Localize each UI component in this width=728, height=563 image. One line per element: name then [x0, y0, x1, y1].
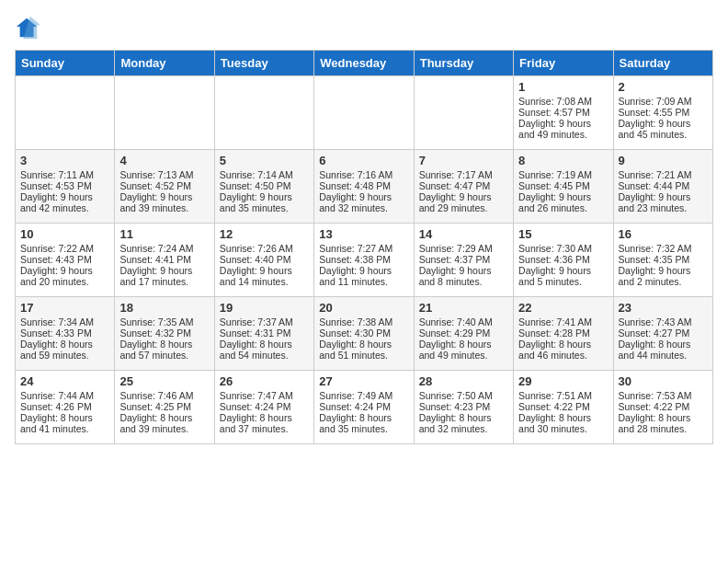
day-info: Sunset: 4:57 PM: [518, 107, 608, 118]
calendar-cell: 18Sunrise: 7:35 AMSunset: 4:32 PMDayligh…: [115, 297, 214, 371]
day-number: 29: [518, 374, 608, 388]
day-info: Sunrise: 7:43 AM: [619, 316, 708, 327]
day-info: Sunrise: 7:34 AM: [20, 316, 109, 327]
day-info: Sunrise: 7:32 AM: [619, 243, 708, 254]
day-info: Sunset: 4:50 PM: [220, 180, 309, 191]
day-number: 2: [619, 80, 708, 94]
calendar-cell: 17Sunrise: 7:34 AMSunset: 4:33 PMDayligh…: [16, 297, 115, 371]
calendar-header-row: SundayMondayTuesdayWednesdayThursdayFrid…: [16, 51, 713, 76]
day-number: 12: [220, 227, 309, 241]
calendar-cell: 16Sunrise: 7:32 AMSunset: 4:35 PMDayligh…: [613, 224, 712, 297]
day-info: Sunset: 4:47 PM: [419, 180, 508, 191]
calendar-cell: 15Sunrise: 7:30 AMSunset: 4:36 PMDayligh…: [514, 224, 613, 297]
calendar-cell: 26Sunrise: 7:47 AMSunset: 4:24 PMDayligh…: [214, 371, 313, 444]
day-info: Daylight: 9 hours and 5 minutes.: [518, 265, 608, 287]
day-number: 25: [119, 374, 209, 388]
day-info: Sunrise: 7:21 AM: [619, 169, 708, 180]
day-info: Sunrise: 7:14 AM: [220, 169, 309, 180]
day-info: Daylight: 8 hours and 32 minutes.: [419, 412, 508, 434]
day-info: Sunset: 4:38 PM: [319, 254, 408, 265]
calendar-week-row: 10Sunrise: 7:22 AMSunset: 4:43 PMDayligh…: [16, 224, 713, 297]
day-info: Daylight: 8 hours and 35 minutes.: [319, 412, 408, 434]
day-info: Daylight: 8 hours and 37 minutes.: [220, 412, 309, 434]
header-day-friday: Friday: [514, 51, 613, 76]
day-info: Daylight: 8 hours and 28 minutes.: [619, 412, 708, 434]
day-number: 28: [419, 374, 508, 388]
day-number: 13: [319, 227, 408, 241]
calendar-cell: 29Sunrise: 7:51 AMSunset: 4:22 PMDayligh…: [514, 371, 613, 444]
calendar-cell: 27Sunrise: 7:49 AMSunset: 4:24 PMDayligh…: [314, 371, 414, 444]
day-info: Sunrise: 7:50 AM: [419, 390, 508, 401]
day-info: Daylight: 8 hours and 51 minutes.: [319, 339, 408, 361]
day-info: Daylight: 9 hours and 45 minutes.: [619, 118, 708, 140]
day-number: 19: [220, 301, 309, 315]
day-info: Sunset: 4:44 PM: [619, 180, 708, 191]
day-number: 16: [619, 227, 708, 241]
day-number: 23: [619, 301, 708, 315]
day-info: Daylight: 9 hours and 14 minutes.: [220, 265, 309, 287]
day-info: Sunset: 4:52 PM: [119, 180, 209, 191]
day-info: Sunset: 4:55 PM: [619, 107, 708, 118]
day-number: 8: [518, 154, 608, 167]
day-number: 7: [419, 154, 508, 167]
day-number: 14: [419, 227, 508, 241]
day-info: Sunrise: 7:37 AM: [220, 316, 309, 327]
day-number: 17: [20, 301, 109, 315]
day-number: 27: [319, 374, 408, 388]
day-number: 3: [20, 154, 109, 167]
header-day-monday: Monday: [115, 51, 214, 76]
day-info: Sunrise: 7:08 AM: [518, 96, 608, 107]
logo: [15, 15, 44, 40]
logo-icon: [15, 15, 40, 40]
day-number: 18: [119, 301, 209, 315]
day-info: Daylight: 9 hours and 8 minutes.: [419, 265, 508, 287]
day-info: Daylight: 8 hours and 54 minutes.: [220, 339, 309, 361]
calendar-cell: 20Sunrise: 7:38 AMSunset: 4:30 PMDayligh…: [314, 297, 414, 371]
calendar-cell: [214, 76, 313, 150]
day-info: Sunrise: 7:09 AM: [619, 96, 708, 107]
day-info: Sunset: 4:22 PM: [619, 401, 708, 412]
day-info: Sunrise: 7:22 AM: [20, 243, 109, 254]
calendar-week-row: 24Sunrise: 7:44 AMSunset: 4:26 PMDayligh…: [16, 371, 713, 444]
day-info: Sunrise: 7:27 AM: [319, 243, 408, 254]
day-info: Sunset: 4:26 PM: [20, 401, 109, 412]
calendar-cell: 3Sunrise: 7:11 AMSunset: 4:53 PMDaylight…: [16, 150, 115, 224]
calendar-cell: 11Sunrise: 7:24 AMSunset: 4:41 PMDayligh…: [115, 224, 214, 297]
day-info: Daylight: 9 hours and 39 minutes.: [119, 191, 209, 213]
calendar-cell: 25Sunrise: 7:46 AMSunset: 4:25 PMDayligh…: [115, 371, 214, 444]
calendar-cell: 2Sunrise: 7:09 AMSunset: 4:55 PMDaylight…: [613, 76, 712, 150]
day-info: Daylight: 9 hours and 11 minutes.: [319, 265, 408, 287]
day-info: Sunrise: 7:24 AM: [119, 243, 209, 254]
calendar-cell: 13Sunrise: 7:27 AMSunset: 4:38 PMDayligh…: [314, 224, 414, 297]
day-info: Sunrise: 7:26 AM: [220, 243, 309, 254]
day-info: Sunrise: 7:51 AM: [518, 390, 608, 401]
day-info: Sunset: 4:35 PM: [619, 254, 708, 265]
day-info: Sunrise: 7:35 AM: [119, 316, 209, 327]
day-info: Sunrise: 7:53 AM: [619, 390, 708, 401]
day-info: Daylight: 9 hours and 2 minutes.: [619, 265, 708, 287]
day-info: Sunrise: 7:46 AM: [119, 390, 209, 401]
day-info: Sunset: 4:45 PM: [518, 180, 608, 191]
header-day-wednesday: Wednesday: [314, 51, 414, 76]
day-info: Daylight: 9 hours and 49 minutes.: [518, 118, 608, 140]
day-info: Sunrise: 7:11 AM: [20, 169, 109, 180]
calendar-cell: 14Sunrise: 7:29 AMSunset: 4:37 PMDayligh…: [414, 224, 513, 297]
calendar-cell: 22Sunrise: 7:41 AMSunset: 4:28 PMDayligh…: [514, 297, 613, 371]
day-number: 24: [20, 374, 109, 388]
header-day-sunday: Sunday: [16, 51, 115, 76]
day-info: Daylight: 8 hours and 41 minutes.: [20, 412, 109, 434]
calendar-cell: [414, 76, 513, 150]
day-info: Sunset: 4:31 PM: [220, 327, 309, 339]
day-info: Sunset: 4:27 PM: [619, 327, 708, 339]
day-number: 9: [619, 154, 708, 167]
day-info: Daylight: 9 hours and 17 minutes.: [119, 265, 209, 287]
calendar-cell: 12Sunrise: 7:26 AMSunset: 4:40 PMDayligh…: [214, 224, 313, 297]
calendar-cell: [314, 76, 414, 150]
day-info: Daylight: 8 hours and 39 minutes.: [119, 412, 209, 434]
day-info: Daylight: 8 hours and 57 minutes.: [119, 339, 209, 361]
calendar-cell: 28Sunrise: 7:50 AMSunset: 4:23 PMDayligh…: [414, 371, 513, 444]
calendar-cell: 10Sunrise: 7:22 AMSunset: 4:43 PMDayligh…: [16, 224, 115, 297]
day-info: Sunset: 4:33 PM: [20, 327, 109, 339]
calendar-cell: 1Sunrise: 7:08 AMSunset: 4:57 PMDaylight…: [514, 76, 613, 150]
calendar-cell: 23Sunrise: 7:43 AMSunset: 4:27 PMDayligh…: [613, 297, 712, 371]
